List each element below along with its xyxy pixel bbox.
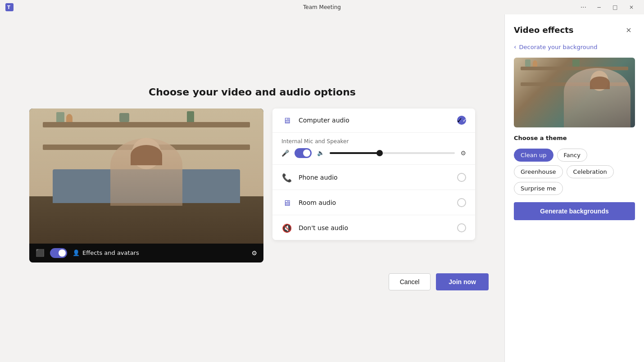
maximize-button[interactable]: □ (608, 2, 622, 12)
titlebar-controls: ··· − □ × (577, 2, 639, 12)
phone-audio-radio[interactable] (457, 173, 466, 182)
background-preview (514, 58, 635, 127)
more-options-button[interactable]: ··· (577, 4, 590, 11)
decor-obj-3 (119, 113, 129, 122)
mic-controls: 🎤 🔈 ⚙ (281, 148, 466, 158)
titlebar: T Team Meeting ··· − □ × (0, 0, 644, 14)
no-audio-option[interactable]: 🔇 Don't use audio (272, 216, 475, 240)
close-window-button[interactable]: × (624, 2, 639, 12)
theme-fancy-chip[interactable]: Fancy (557, 149, 587, 162)
content-area: Choose your video and audio options (0, 14, 504, 362)
preview-shelf-1 (521, 67, 628, 70)
room-audio-radio[interactable] (457, 198, 466, 207)
microphone-icon: 🎤 (281, 149, 289, 157)
room-audio-label: Room audio (299, 199, 451, 206)
audio-panel: 🖥 Computer audio ✓ Internal Mic and Spea… (272, 109, 475, 240)
person-hair (131, 145, 162, 165)
effects-text: Effects and avatars (82, 249, 139, 256)
theme-cleanup-chip[interactable]: Clean up (514, 149, 553, 162)
teams-icon: T (5, 3, 14, 11)
no-audio-icon: 🔇 (281, 223, 292, 233)
volume-thumb (376, 150, 383, 156)
volume-slider[interactable] (330, 152, 455, 154)
decor-obj-4 (187, 111, 194, 122)
room-audio-option[interactable]: 🖥 Room audio (272, 191, 475, 215)
svg-text:T: T (7, 5, 10, 10)
no-audio-label: Don't use audio (299, 224, 451, 231)
camera-icon: ⬛ (36, 249, 45, 257)
panel-header: Video effects × (514, 23, 635, 36)
back-nav[interactable]: ‹ Decorate your background (514, 43, 635, 50)
video-bottom-bar: ⬛ 👤 Effects and avatars ⚙ (29, 244, 263, 262)
preview-decor-3 (572, 59, 580, 67)
phone-audio-option[interactable]: 📞 Phone audio (272, 166, 475, 190)
titlebar-left: T (5, 3, 14, 11)
back-arrow-icon: ‹ (514, 43, 517, 50)
video-effects-panel: Video effects × ‹ Decorate your backgrou… (504, 14, 644, 362)
decor-obj-2 (66, 114, 73, 122)
volume-fill (330, 152, 380, 154)
video-preview: ⬛ 👤 Effects and avatars ⚙ (29, 109, 263, 262)
theme-surpriseme-chip[interactable]: Surprise me (514, 182, 563, 195)
titlebar-title: Team Meeting (303, 4, 341, 10)
video-toggle[interactable] (50, 248, 67, 258)
join-now-button[interactable]: Join now (436, 273, 489, 290)
computer-audio-label: Computer audio (299, 117, 451, 124)
theme-celebration-chip[interactable]: Celebration (567, 165, 614, 178)
person-icon: 👤 (73, 249, 80, 256)
computer-audio-radio[interactable]: ✓ (457, 116, 466, 125)
audio-settings-icon[interactable]: ⚙ (460, 149, 466, 157)
check-mark: ✓ (457, 116, 463, 125)
theme-chips: Clean up Fancy Greenhouse Celebration Su… (514, 149, 635, 195)
speaker-icon: 🔈 (317, 149, 324, 156)
no-audio-radio[interactable] (457, 223, 466, 232)
main-container: Choose your video and audio options (0, 14, 644, 362)
phone-audio-label: Phone audio (299, 174, 451, 181)
mic-settings-row: Internal Mic and Speaker 🎤 🔈 ⚙ (272, 134, 475, 165)
minimize-button[interactable]: − (592, 2, 606, 12)
preview-decor-2 (533, 60, 537, 67)
video-background (29, 109, 263, 244)
generate-backgrounds-button[interactable]: Generate backgrounds (514, 202, 635, 220)
mic-toggle[interactable] (295, 148, 312, 158)
room-audio-icon: 🖥 (281, 198, 292, 208)
panel-title: Video effects (514, 25, 574, 35)
theme-section-label: Choose a theme (514, 135, 635, 141)
decor-obj-1 (56, 112, 64, 122)
action-row: Cancel Join now (16, 273, 489, 290)
mic-label: Internal Mic and Speaker (281, 138, 466, 145)
page-title: Choose your video and audio options (149, 86, 356, 98)
preview-hair (590, 77, 610, 89)
computer-audio-option[interactable]: 🖥 Computer audio ✓ (272, 109, 475, 133)
video-settings-icon[interactable]: ⚙ (251, 249, 257, 257)
phone-audio-icon: 📞 (281, 173, 292, 182)
room-shelf-1 (43, 122, 250, 127)
computer-audio-icon: 🖥 (281, 116, 292, 125)
cancel-button[interactable]: Cancel (389, 273, 431, 290)
effects-label-container: 👤 Effects and avatars (73, 249, 246, 256)
back-nav-label: Decorate your background (519, 44, 598, 50)
close-panel-button[interactable]: × (622, 23, 635, 36)
preview-decor-1 (525, 59, 531, 67)
media-row: ⬛ 👤 Effects and avatars ⚙ 🖥 Computer aud… (16, 109, 489, 262)
theme-greenhouse-chip[interactable]: Greenhouse (514, 165, 563, 178)
